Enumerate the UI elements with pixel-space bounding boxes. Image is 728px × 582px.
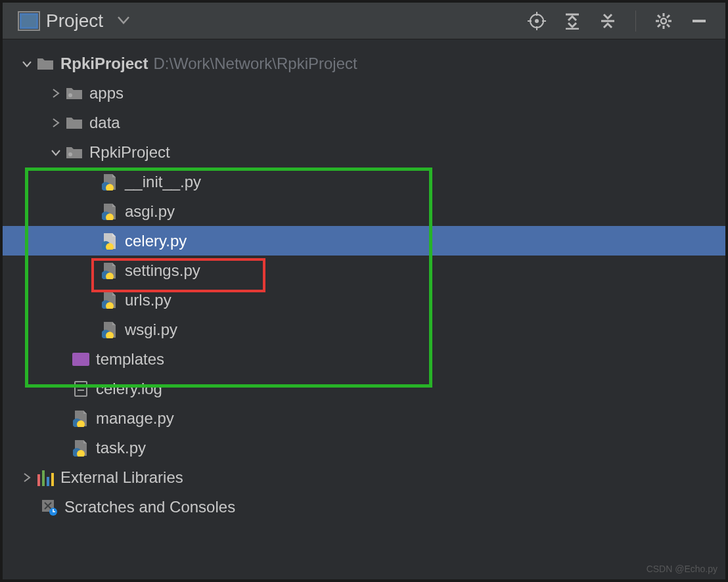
python-file-icon <box>72 439 89 457</box>
python-file-icon <box>101 233 118 250</box>
init-label: __init__.py <box>125 173 201 191</box>
tree-row-package[interactable]: RpkiProject <box>3 137 725 167</box>
tree-row-urls[interactable]: urls.py <box>3 285 725 315</box>
project-title: Project <box>46 11 103 32</box>
tree-row-scratches[interactable]: Scratches and Consoles <box>3 492 725 522</box>
celery-label: celery.py <box>125 232 187 250</box>
tree-row-external-libraries[interactable]: External Libraries <box>3 462 725 492</box>
templates-label: templates <box>96 350 164 369</box>
svg-line-17 <box>658 24 660 27</box>
tree-row-celerylog[interactable]: celery.log <box>3 374 725 403</box>
svg-point-19 <box>68 93 72 97</box>
locate-icon[interactable] <box>528 12 546 30</box>
folder-icon <box>37 55 54 72</box>
wsgi-label: wsgi.py <box>125 321 177 339</box>
chevron-right-icon[interactable] <box>50 118 62 128</box>
view-dropdown-icon[interactable] <box>118 15 129 27</box>
minimize-icon[interactable] <box>690 12 708 30</box>
project-tool-header: Project <box>3 3 725 39</box>
collapse-all-icon[interactable] <box>599 12 617 30</box>
svg-rect-18 <box>693 20 706 22</box>
tree-row-celery[interactable]: celery.py <box>3 226 725 256</box>
python-file-icon <box>101 203 118 220</box>
watermark: CSDN @Echo.py <box>647 564 717 574</box>
chevron-down-icon[interactable] <box>50 147 62 158</box>
extlibs-label: External Libraries <box>60 468 183 487</box>
python-file-icon <box>101 292 118 309</box>
chevron-down-icon[interactable] <box>21 58 33 69</box>
tree-row-wsgi[interactable]: wsgi.py <box>3 315 725 344</box>
tree-row-data[interactable]: data <box>3 108 725 137</box>
tree-row-settings[interactable]: settings.py <box>3 256 725 285</box>
root-path: D:\Work\Network\RpkiProject <box>153 55 357 73</box>
templates-folder-icon <box>72 351 89 368</box>
chevron-right-icon[interactable] <box>21 472 33 483</box>
text-file-icon <box>72 380 89 397</box>
python-file-icon <box>101 262 118 279</box>
folder-icon <box>66 144 83 161</box>
project-tree: RpkiProject D:\Work\Network\RpkiProject … <box>3 39 725 522</box>
libraries-icon <box>37 469 54 486</box>
tree-row-templates[interactable]: templates <box>3 344 725 374</box>
python-file-icon <box>101 321 118 338</box>
tree-row-manage[interactable]: manage.py <box>3 403 725 433</box>
scratches-label: Scratches and Consoles <box>64 498 235 516</box>
header-actions <box>528 11 725 32</box>
manage-label: manage.py <box>96 409 174 428</box>
expand-all-icon[interactable] <box>563 12 581 30</box>
folder-icon <box>66 114 83 131</box>
tree-row-root[interactable]: RpkiProject D:\Work\Network\RpkiProject <box>3 49 725 78</box>
data-label: data <box>89 114 120 132</box>
root-folder-label: RpkiProject <box>60 55 148 73</box>
project-pane-icon <box>20 13 38 29</box>
urls-label: urls.py <box>125 291 171 309</box>
svg-line-14 <box>658 15 660 18</box>
chevron-right-icon[interactable] <box>50 88 62 99</box>
scratches-icon <box>41 499 58 516</box>
asgi-label: asgi.py <box>125 202 175 221</box>
svg-line-15 <box>667 24 670 27</box>
package-label: RpkiProject <box>89 143 170 162</box>
header-left: Project <box>3 11 129 32</box>
svg-point-9 <box>661 18 666 24</box>
tree-row-init[interactable]: __init__.py <box>3 167 725 196</box>
apps-label: apps <box>89 84 124 102</box>
python-file-icon <box>101 173 118 190</box>
svg-line-16 <box>667 15 670 18</box>
task-label: task.py <box>96 439 146 457</box>
tree-row-task[interactable]: task.py <box>3 433 725 462</box>
python-file-icon <box>72 410 89 427</box>
tree-row-asgi[interactable]: asgi.py <box>3 196 725 226</box>
tree-row-apps[interactable]: apps <box>3 78 725 108</box>
folder-icon <box>66 85 83 102</box>
settings-label: settings.py <box>125 261 200 280</box>
celerylog-label: celery.log <box>96 380 162 398</box>
gear-icon[interactable] <box>654 12 673 30</box>
svg-point-1 <box>535 19 539 23</box>
svg-point-20 <box>68 152 72 156</box>
divider <box>635 11 636 32</box>
